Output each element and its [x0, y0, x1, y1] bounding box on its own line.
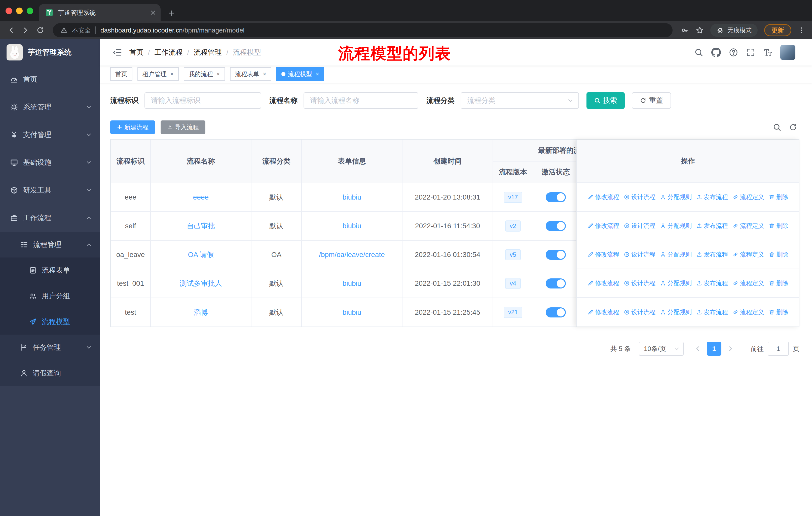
back-icon[interactable] — [7, 26, 15, 34]
tag-close-icon[interactable]: × — [263, 71, 266, 77]
active-toggle[interactable] — [546, 278, 566, 289]
reset-button[interactable]: 重置 — [632, 92, 671, 109]
process-key-input[interactable] — [144, 92, 261, 109]
search-icon[interactable] — [694, 48, 703, 57]
tag-home[interactable]: 首页 — [110, 67, 133, 81]
form-info-link[interactable]: biubiu — [301, 212, 402, 240]
form-info-link[interactable]: biubiu — [301, 269, 402, 298]
process-definition-link[interactable]: 流程定义 — [732, 193, 764, 201]
design-process-link[interactable]: 设计流程 — [624, 308, 656, 316]
tag-process-model-active[interactable]: 流程模型× — [277, 67, 324, 81]
delete-process-link[interactable]: 删除 — [769, 279, 788, 287]
search-button[interactable]: 搜索 — [586, 92, 625, 109]
page-size-select[interactable]: 10条/页 — [639, 342, 684, 356]
publish-process-link[interactable]: 发布流程 — [696, 222, 728, 230]
security-warning-icon[interactable] — [60, 27, 67, 34]
sidebar-item-process-model[interactable]: 流程模型 — [0, 309, 100, 334]
delete-process-link[interactable]: 删除 — [769, 308, 788, 316]
delete-process-link[interactable]: 删除 — [769, 250, 788, 259]
assign-rule-link[interactable]: 分配规则 — [660, 250, 692, 259]
design-process-link[interactable]: 设计流程 — [624, 222, 656, 230]
publish-process-link[interactable]: 发布流程 — [696, 250, 728, 259]
browser-menu-icon[interactable] — [798, 27, 805, 34]
active-toggle[interactable] — [546, 250, 566, 260]
sidebar-item-task-management[interactable]: 任务管理 — [0, 334, 100, 360]
process-definition-link[interactable]: 流程定义 — [732, 222, 764, 230]
assign-rule-link[interactable]: 分配规则 — [660, 308, 692, 316]
update-button[interactable]: 更新 — [764, 24, 791, 36]
assign-rule-link[interactable]: 分配规则 — [660, 193, 692, 201]
import-process-button[interactable]: 导入流程 — [161, 120, 205, 134]
sidebar-item-payment[interactable]: 支付管理 — [0, 121, 100, 148]
assign-rule-link[interactable]: 分配规则 — [660, 279, 692, 287]
hide-search-icon[interactable] — [773, 123, 781, 132]
publish-process-link[interactable]: 发布流程 — [696, 193, 728, 201]
active-toggle[interactable] — [546, 307, 566, 318]
github-icon[interactable] — [711, 48, 721, 57]
bookmark-star-icon[interactable] — [696, 26, 704, 34]
help-icon[interactable] — [729, 48, 738, 57]
process-name-link[interactable]: eeee — [150, 183, 251, 212]
form-info-link[interactable]: /bpm/oa/leave/create — [301, 240, 402, 269]
refresh-icon[interactable] — [789, 123, 798, 132]
assign-rule-link[interactable]: 分配规则 — [660, 222, 692, 230]
breadcrumb-process-management[interactable]: 流程管理 — [194, 48, 222, 57]
new-tab-button[interactable] — [168, 9, 175, 17]
sidebar-item-system[interactable]: 系统管理 — [0, 93, 100, 121]
sidebar-item-process-form[interactable]: 流程表单 — [0, 257, 100, 283]
design-process-link[interactable]: 设计流程 — [624, 279, 656, 287]
forward-icon[interactable] — [22, 26, 30, 34]
design-process-link[interactable]: 设计流程 — [624, 193, 656, 201]
process-definition-link[interactable]: 流程定义 — [732, 308, 764, 316]
process-definition-link[interactable]: 流程定义 — [732, 279, 764, 287]
publish-process-link[interactable]: 发布流程 — [696, 279, 728, 287]
delete-process-link[interactable]: 删除 — [769, 222, 788, 230]
breadcrumb-home[interactable]: 首页 — [129, 48, 143, 57]
create-process-button[interactable]: 新建流程 — [110, 120, 155, 134]
tab-close-icon[interactable] — [150, 10, 155, 15]
form-info-link[interactable]: biubiu — [301, 183, 402, 212]
sidebar-item-infra[interactable]: 基础设施 — [0, 148, 100, 176]
prev-page-button[interactable] — [692, 342, 704, 356]
modify-process-link[interactable]: 修改流程 — [587, 308, 619, 316]
process-name-link[interactable]: OA 请假 — [150, 240, 251, 269]
sidebar-item-leave-query[interactable]: 请假查询 — [0, 360, 100, 386]
modify-process-link[interactable]: 修改流程 — [587, 193, 619, 201]
tag-tenant-management[interactable]: 租户管理× — [138, 67, 179, 81]
sidebar-item-workflow[interactable]: 工作流程 — [0, 204, 100, 232]
sidebar-item-home[interactable]: 首页 — [0, 65, 100, 93]
key-icon[interactable] — [681, 26, 689, 34]
modify-process-link[interactable]: 修改流程 — [587, 250, 619, 259]
process-name-input[interactable] — [303, 92, 418, 109]
close-window-button[interactable] — [5, 7, 12, 14]
user-avatar[interactable] — [780, 45, 795, 60]
font-size-icon[interactable] — [763, 48, 772, 57]
sidebar-item-devtools[interactable]: 研发工具 — [0, 176, 100, 204]
active-toggle[interactable] — [546, 221, 566, 231]
browser-tab[interactable]: 芋道管理系统 — [39, 4, 161, 21]
tag-process-form[interactable]: 流程表单× — [230, 67, 271, 81]
modify-process-link[interactable]: 修改流程 — [587, 222, 619, 230]
reload-icon[interactable] — [36, 26, 44, 34]
tag-close-icon[interactable]: × — [316, 71, 319, 77]
minimize-window-button[interactable] — [16, 7, 23, 14]
fullscreen-icon[interactable] — [746, 48, 755, 57]
form-info-link[interactable]: biubiu — [301, 298, 402, 327]
app-logo[interactable]: 芋道管理系统 — [0, 39, 100, 65]
sidebar-item-user-group[interactable]: 用户分组 — [0, 283, 100, 309]
delete-process-link[interactable]: 删除 — [769, 193, 788, 201]
tag-my-process[interactable]: 我的流程× — [184, 67, 225, 81]
process-category-select[interactable]: 流程分类 — [461, 92, 579, 109]
process-definition-link[interactable]: 流程定义 — [732, 250, 764, 259]
sidebar-item-process-management[interactable]: 流程管理 — [0, 232, 100, 257]
sidebar-fold-icon[interactable] — [113, 48, 122, 57]
goto-page-input[interactable] — [768, 342, 789, 356]
url-bar[interactable]: 不安全 dashboard.yudao.iocoder.cn/bpm/manag… — [53, 23, 672, 37]
breadcrumb-workflow[interactable]: 工作流程 — [154, 48, 183, 57]
design-process-link[interactable]: 设计流程 — [624, 250, 656, 259]
maximize-window-button[interactable] — [27, 7, 33, 14]
modify-process-link[interactable]: 修改流程 — [587, 279, 619, 287]
tag-close-icon[interactable]: × — [170, 71, 174, 77]
next-page-button[interactable] — [724, 342, 736, 356]
page-number-current[interactable]: 1 — [707, 342, 721, 356]
